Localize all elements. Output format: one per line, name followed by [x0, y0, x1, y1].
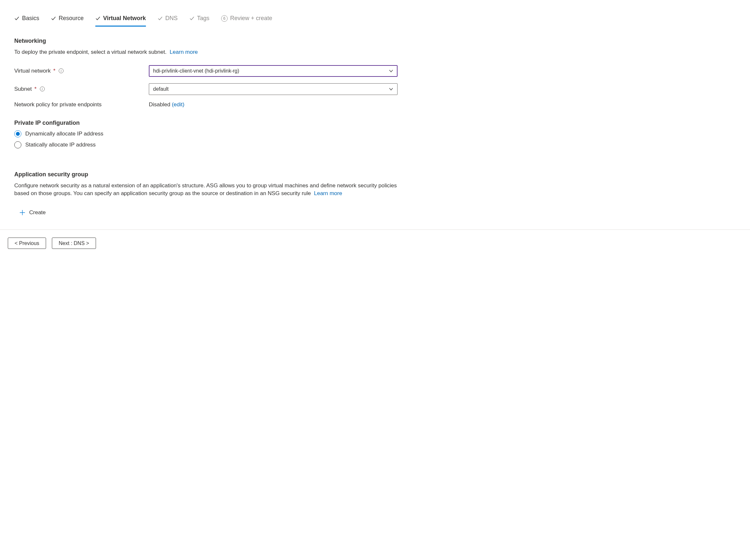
- dropdown-value: hdi-privlink-client-vnet (hdi-privlink-r…: [153, 68, 239, 74]
- radio-button-icon: [14, 141, 21, 148]
- previous-button[interactable]: < Previous: [8, 237, 46, 249]
- subnet-label: Subnet * i: [14, 86, 149, 92]
- asg-learn-more-link[interactable]: Learn more: [314, 190, 342, 196]
- required-indicator: *: [53, 68, 56, 74]
- ip-allocation-radio-group: Dynamically allocate IP address Statical…: [14, 130, 397, 148]
- check-icon: [189, 16, 195, 21]
- virtual-network-dropdown[interactable]: hdi-privlink-client-vnet (hdi-privlink-r…: [149, 65, 397, 77]
- subnet-dropdown[interactable]: default: [149, 83, 397, 95]
- tab-label: Resource: [59, 15, 84, 22]
- radio-dynamic-ip[interactable]: Dynamically allocate IP address: [14, 130, 397, 138]
- dropdown-value: default: [153, 86, 169, 92]
- asg-title: Application security group: [14, 171, 397, 178]
- tab-tags[interactable]: Tags: [189, 13, 210, 26]
- chevron-down-icon: [389, 69, 393, 73]
- check-icon: [95, 16, 100, 21]
- tab-virtual-network[interactable]: Virtual Network: [95, 13, 146, 26]
- create-label: Create: [29, 209, 46, 216]
- next-button[interactable]: Next : DNS >: [52, 237, 96, 249]
- tab-basics[interactable]: Basics: [14, 13, 39, 26]
- virtual-network-label: Virtual network * i: [14, 68, 149, 74]
- check-icon: [51, 16, 56, 21]
- info-icon[interactable]: i: [59, 68, 63, 73]
- ip-config-title: Private IP configuration: [14, 120, 397, 126]
- tab-label: DNS: [165, 15, 178, 22]
- tab-dns[interactable]: DNS: [158, 13, 178, 26]
- network-policy-value: Disabled (edit): [149, 101, 397, 108]
- tab-resource[interactable]: Resource: [51, 13, 84, 26]
- network-policy-edit-link[interactable]: (edit): [172, 101, 184, 108]
- network-policy-label: Network policy for private endpoints: [14, 101, 149, 108]
- radio-static-ip[interactable]: Statically allocate IP address: [14, 141, 397, 148]
- tab-label: Virtual Network: [103, 15, 146, 22]
- radio-button-icon: [14, 130, 21, 138]
- step-number-icon: 6: [221, 15, 228, 22]
- check-icon: [158, 16, 163, 21]
- networking-learn-more-link[interactable]: Learn more: [170, 49, 198, 55]
- tab-label: Basics: [22, 15, 39, 22]
- networking-title: Networking: [14, 38, 397, 44]
- asg-create-button[interactable]: Create: [19, 207, 46, 218]
- required-indicator: *: [34, 86, 37, 92]
- tab-label: Tags: [197, 15, 210, 22]
- info-icon[interactable]: i: [40, 86, 45, 91]
- chevron-down-icon: [389, 87, 393, 91]
- plus-icon: [19, 210, 25, 215]
- asg-desc: Configure network security as a natural …: [14, 182, 397, 198]
- tab-label: Review + create: [230, 15, 272, 22]
- networking-desc: To deploy the private endpoint, select a…: [14, 48, 397, 56]
- wizard-footer: < Previous Next : DNS >: [0, 229, 750, 257]
- radio-label: Statically allocate IP address: [25, 142, 96, 148]
- radio-label: Dynamically allocate IP address: [25, 131, 103, 137]
- wizard-tabs: Basics Resource Virtual Network DNS Tags…: [14, 13, 397, 26]
- tab-review-create[interactable]: 6 Review + create: [221, 13, 272, 26]
- check-icon: [14, 16, 19, 21]
